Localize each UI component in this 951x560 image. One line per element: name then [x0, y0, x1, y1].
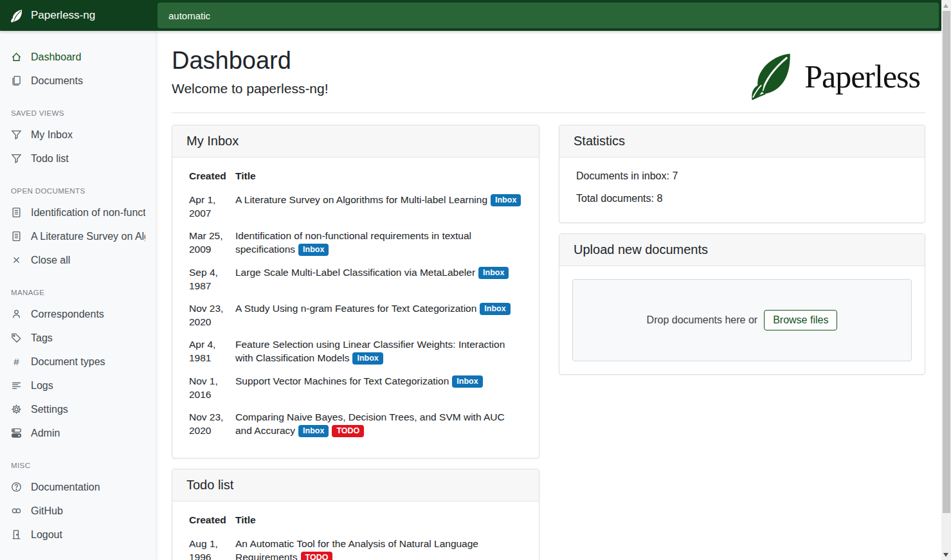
doc-created: Aug 1, 1996 [189, 532, 235, 560]
doc-link[interactable]: Large Scale Multi-Label Classification v… [235, 267, 475, 278]
toggles-icon [11, 428, 22, 438]
leaf-logo-icon [749, 51, 797, 102]
brand-label: Paperless-ng [31, 9, 95, 22]
gear-icon [11, 404, 22, 415]
sidebar-item-tags[interactable]: Tags [0, 326, 156, 350]
table-row: Sep 4, 1987 Large Scale Multi-Label Clas… [189, 261, 522, 297]
inbox-table-body: Apr 1, 2007 A Literature Survey on Algor… [189, 188, 522, 442]
tag-badge[interactable]: Inbox [298, 425, 329, 437]
top-navbar: Paperless-ng [0, 0, 941, 31]
sidebar-item-dashboard[interactable]: Dashboard [0, 45, 156, 69]
scrollbar[interactable] [941, 0, 951, 560]
hash-icon: # [11, 356, 22, 367]
table-row: Nov 23, 2020 A Study Using n-gram Featur… [189, 297, 522, 333]
todo-table: Created Title Aug 1, 1996 An Automatic T… [189, 514, 522, 560]
doc-created: Nov 1, 2016 [189, 370, 235, 406]
sidebar-item-my-inbox[interactable]: My Inbox [0, 123, 156, 147]
widget-title: My Inbox [172, 125, 539, 158]
sidebar-item-admin[interactable]: Admin [0, 421, 156, 445]
link-icon [11, 505, 22, 516]
scroll-up-arrow-icon[interactable] [943, 4, 948, 8]
sidebar-item-todo-list[interactable]: Todo list [0, 147, 156, 170]
doc-link[interactable]: Identification of non-functional require… [235, 230, 471, 255]
files-icon [11, 75, 22, 86]
table-row: Aug 1, 1996 An Automatic Tool for the An… [189, 532, 522, 560]
question-circle-icon [11, 482, 22, 492]
sidebar-section-manage: MANAGE Correspondents Tags # Document ty… [0, 289, 156, 445]
doc-created: Apr 4, 1981 [189, 333, 235, 370]
tag-badge[interactable]: Inbox [478, 267, 509, 279]
dropzone-text: Drop documents here or [647, 314, 758, 326]
sidebar-item-logout[interactable]: Logout [0, 523, 156, 546]
widget-upload: Upload new documents Drop documents here… [559, 233, 925, 375]
page-header: Dashboard Welcome to paperless-ng! Paper… [172, 46, 925, 113]
section-title: SAVED VIEWS [0, 109, 156, 117]
sidebar-item-github[interactable]: GitHub [0, 499, 156, 523]
funnel-icon [11, 129, 22, 140]
doc-link[interactable]: A Literature Survey on Algorithms for Mu… [235, 194, 487, 205]
doc-link[interactable]: Support Vector Machines for Text Categor… [235, 375, 449, 386]
section-title: OPEN DOCUMENTS [0, 187, 156, 195]
sidebar-item-settings[interactable]: Settings [0, 397, 156, 421]
widget-statistics: Statistics Documents in inbox: 7 Total d… [559, 125, 925, 223]
widget-todo-list: Todo list Created Title [172, 469, 539, 560]
page-title: Dashboard [172, 46, 329, 75]
upload-dropzone[interactable]: Drop documents here or Browse files [572, 279, 912, 361]
sidebar-section-misc: MISC Documentation GitHub Logout [0, 462, 156, 546]
table-row: Apr 1, 2007 A Literature Survey on Algor… [189, 188, 522, 224]
page-subtitle: Welcome to paperless-ng! [172, 81, 329, 96]
sidebar-item-documents[interactable]: Documents [0, 69, 156, 93]
column-header-created: Created [189, 514, 235, 532]
sidebar-item-documentation[interactable]: Documentation [0, 475, 156, 499]
doc-link[interactable]: An Automatic Tool for the Analysis of Na… [235, 538, 478, 560]
sidebar-item-open-doc-1[interactable]: Identification of non-functio… [0, 201, 156, 224]
doc-link[interactable]: A Study Using n-gram Features for Text C… [235, 303, 476, 314]
sidebar-section-open-documents: OPEN DOCUMENTS Identification of non-fun… [0, 187, 156, 272]
tag-badge[interactable]: TODO [301, 552, 333, 560]
logo-wordmark: Paperless [804, 60, 920, 93]
inbox-table: Created Title Apr 1, 2007 A Literature S… [189, 170, 522, 442]
column-header-created: Created [189, 170, 235, 188]
doc-created: Mar 25, 2009 [189, 224, 235, 261]
leaf-icon [10, 9, 24, 23]
doc-created: Sep 4, 1987 [189, 261, 235, 297]
table-row: Nov 23, 2020 Comparing Naive Bayes, Deci… [189, 406, 522, 442]
brand[interactable]: Paperless-ng [0, 0, 156, 31]
doc-created: Nov 23, 2020 [189, 297, 235, 333]
sidebar-item-close-all[interactable]: Close all [0, 248, 156, 272]
tag-badge[interactable]: Inbox [352, 352, 383, 365]
funnel-icon [11, 153, 22, 164]
widget-title: Upload new documents [559, 234, 925, 266]
browse-files-button[interactable]: Browse files [764, 310, 837, 330]
sidebar-item-logs[interactable]: Logs [0, 374, 156, 397]
sidebar-item-document-types[interactable]: # Document types [0, 350, 156, 374]
table-row: Mar 25, 2009 Identification of non-funct… [189, 224, 522, 261]
house-icon [11, 51, 22, 62]
doc-created: Apr 1, 2007 [189, 188, 235, 224]
door-icon [11, 529, 22, 540]
tag-icon [11, 332, 22, 343]
person-icon [11, 309, 22, 320]
section-title: MANAGE [0, 289, 156, 296]
sidebar-item-open-doc-2[interactable]: A Literature Survey on Algori… [0, 224, 156, 248]
doc-link[interactable]: Comparing Naive Bayes, Decision Trees, a… [235, 411, 505, 436]
scroll-down-arrow-icon[interactable] [943, 553, 948, 557]
tag-badge[interactable]: Inbox [298, 244, 329, 256]
sidebar-item-correspondents[interactable]: Correspondents [0, 302, 156, 326]
paperless-app: Paperless-ng Dashboard Documents SAVED V… [0, 0, 951, 560]
widget-my-inbox: My Inbox Created Title [172, 125, 539, 458]
column-header-title: Title [235, 170, 522, 188]
main-content: Dashboard Welcome to paperless-ng! Paper… [156, 31, 941, 560]
close-icon [11, 255, 22, 266]
search-input[interactable] [158, 3, 939, 28]
tag-badge[interactable]: Inbox [491, 194, 521, 206]
tag-badge[interactable]: TODO [332, 425, 364, 437]
widget-title: Todo list [172, 469, 539, 501]
file-text-icon [11, 231, 22, 242]
tag-badge[interactable]: Inbox [452, 375, 482, 388]
stat-total-count: Total documents: 8 [576, 193, 908, 204]
tag-badge[interactable]: Inbox [480, 303, 510, 315]
scrollbar-thumb[interactable] [943, 11, 950, 513]
section-title: MISC [0, 462, 156, 469]
sidebar: Dashboard Documents SAVED VIEWS My Inbox… [0, 31, 156, 560]
